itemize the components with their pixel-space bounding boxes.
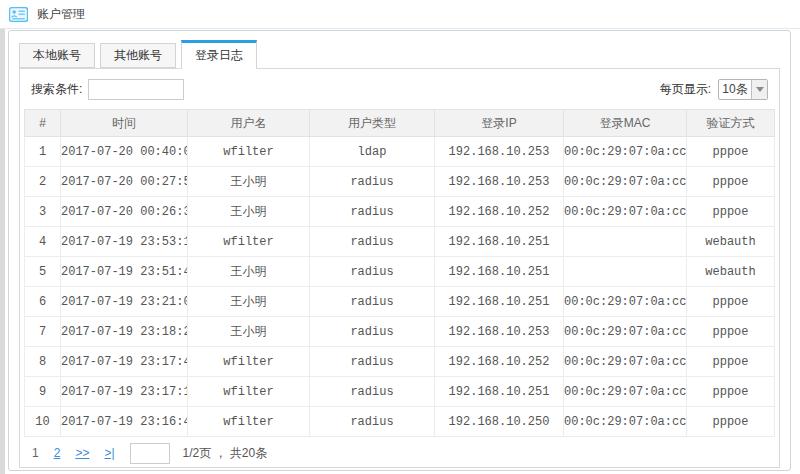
- table-cell: 2017-07-19 23:17:44: [61, 347, 188, 377]
- per-page-select[interactable]: 10条: [718, 79, 768, 100]
- table-cell: 00:0c:29:07:0a:cc: [564, 167, 687, 197]
- table-cell: webauth: [687, 257, 775, 287]
- search-label: 搜索条件:: [31, 81, 82, 98]
- toolbar: 搜索条件: 每页显示: 10条: [20, 69, 779, 109]
- table-cell: 192.168.10.252: [435, 197, 564, 227]
- table-cell: [564, 227, 687, 257]
- login-log-panel: 搜索条件: 每页显示: 10条 #时间用户名用户类型登录IP登录MAC验证方式 …: [19, 68, 780, 468]
- table-cell: 192.168.10.251: [435, 287, 564, 317]
- account-card-icon: [9, 7, 28, 22]
- table-cell: pppoe: [687, 287, 775, 317]
- table-cell: 3: [25, 197, 61, 227]
- table-cell: wfilter: [188, 407, 310, 437]
- next-page-button[interactable]: >>: [75, 446, 89, 460]
- table-row: 32017-07-20 00:26:39王小明radius192.168.10.…: [25, 197, 775, 227]
- table-cell: 王小明: [188, 317, 310, 347]
- tab-login-log[interactable]: 登录日志: [181, 40, 257, 69]
- table-cell: 00:0c:29:07:0a:cc: [564, 377, 687, 407]
- table-cell: wfilter: [188, 227, 310, 257]
- table-cell: radius: [310, 407, 435, 437]
- table-row: 22017-07-20 00:27:52王小明radius192.168.10.…: [25, 167, 775, 197]
- page-link-2[interactable]: 2: [54, 446, 61, 460]
- last-page-button[interactable]: >|: [104, 446, 114, 460]
- tab-strip: 本地账号 其他账号 登录日志: [9, 31, 790, 68]
- goto-page-input[interactable]: [130, 443, 170, 464]
- table-row: 52017-07-19 23:51:49王小明radius192.168.10.…: [25, 257, 775, 287]
- chevron-down-icon: [751, 80, 767, 99]
- table-cell: 00:0c:29:07:0a:cc: [564, 407, 687, 437]
- tab-other-accounts[interactable]: 其他账号: [100, 43, 176, 68]
- table-cell: wfilter: [188, 347, 310, 377]
- table-cell: pppoe: [687, 317, 775, 347]
- table-header-row: #时间用户名用户类型登录IP登录MAC验证方式: [25, 110, 775, 137]
- tab-local-accounts[interactable]: 本地账号: [19, 43, 95, 68]
- table-row: 62017-07-19 23:21:00王小明radius192.168.10.…: [25, 287, 775, 317]
- table-body: 12017-07-20 00:40:00wfilterldap192.168.1…: [25, 137, 775, 437]
- table-cell: radius: [310, 377, 435, 407]
- table-cell: radius: [310, 287, 435, 317]
- table-cell: 2017-07-19 23:21:00: [61, 287, 188, 317]
- table-cell: 192.168.10.253: [435, 137, 564, 167]
- column-header: #: [25, 110, 61, 137]
- column-header: 登录IP: [435, 110, 564, 137]
- table-row: 82017-07-19 23:17:44wfilterradius192.168…: [25, 347, 775, 377]
- login-log-table: #时间用户名用户类型登录IP登录MAC验证方式 12017-07-20 00:4…: [24, 109, 775, 437]
- table-cell: 192.168.10.251: [435, 227, 564, 257]
- table-cell: pppoe: [687, 347, 775, 377]
- table-cell: 2017-07-19 23:51:49: [61, 257, 188, 287]
- column-header: 用户类型: [310, 110, 435, 137]
- table-cell: pppoe: [687, 407, 775, 437]
- table-cell: 00:0c:29:07:0a:cc: [564, 287, 687, 317]
- column-header: 时间: [61, 110, 188, 137]
- table-cell: 王小明: [188, 197, 310, 227]
- table-row: 92017-07-19 23:17:15wfilterradius192.168…: [25, 377, 775, 407]
- table-cell: pppoe: [687, 377, 775, 407]
- account-panel: 本地账号 其他账号 登录日志 搜索条件: 每页显示: 10条 #时间用户名用户类…: [8, 30, 791, 471]
- column-header: 登录MAC: [564, 110, 687, 137]
- per-page-control: 每页显示: 10条: [660, 79, 768, 100]
- table-cell: 2017-07-20 00:27:52: [61, 167, 188, 197]
- table-cell: radius: [310, 167, 435, 197]
- table-cell: radius: [310, 257, 435, 287]
- table-cell: 王小明: [188, 257, 310, 287]
- search-input[interactable]: [88, 79, 184, 100]
- page-current: 1: [32, 446, 39, 460]
- table-cell: 2017-07-19 23:18:26: [61, 317, 188, 347]
- table-cell: 9: [25, 377, 61, 407]
- table-cell: radius: [310, 227, 435, 257]
- table-row: 12017-07-20 00:40:00wfilterldap192.168.1…: [25, 137, 775, 167]
- table-cell: ldap: [310, 137, 435, 167]
- table-cell: 王小明: [188, 287, 310, 317]
- table-cell: 2017-07-19 23:17:15: [61, 377, 188, 407]
- table-cell: 00:0c:29:07:0a:cc: [564, 317, 687, 347]
- page-title: 账户管理: [37, 6, 85, 23]
- table-cell: radius: [310, 347, 435, 377]
- page-info: 1/2页 ， 共20条: [183, 445, 268, 462]
- table-cell: 2017-07-20 00:40:00: [61, 137, 188, 167]
- table-cell: radius: [310, 197, 435, 227]
- column-header: 用户名: [188, 110, 310, 137]
- per-page-selected-value: 10条: [719, 80, 751, 99]
- table-cell: 192.168.10.251: [435, 257, 564, 287]
- table-cell: radius: [310, 317, 435, 347]
- table-cell: [564, 257, 687, 287]
- table-cell: 2017-07-19 23:16:40: [61, 407, 188, 437]
- table-cell: 4: [25, 227, 61, 257]
- table-cell: 00:0c:29:07:0a:cc: [564, 197, 687, 227]
- table-cell: wfilter: [188, 137, 310, 167]
- table-cell: 1: [25, 137, 61, 167]
- table-cell: wfilter: [188, 377, 310, 407]
- table-cell: 192.168.10.253: [435, 317, 564, 347]
- table-cell: pppoe: [687, 137, 775, 167]
- table-cell: 192.168.10.250: [435, 407, 564, 437]
- pagination: 1 2 >> >| 1/2页 ， 共20条: [20, 437, 779, 469]
- table-cell: 8: [25, 347, 61, 377]
- table-row: 42017-07-19 23:53:14wfilterradius192.168…: [25, 227, 775, 257]
- header: 账户管理: [0, 0, 800, 29]
- table-cell: 6: [25, 287, 61, 317]
- table-cell: pppoe: [687, 167, 775, 197]
- left-edge-strip: [0, 29, 5, 474]
- table-cell: 2: [25, 167, 61, 197]
- per-page-label: 每页显示:: [660, 81, 711, 98]
- table-cell: 10: [25, 407, 61, 437]
